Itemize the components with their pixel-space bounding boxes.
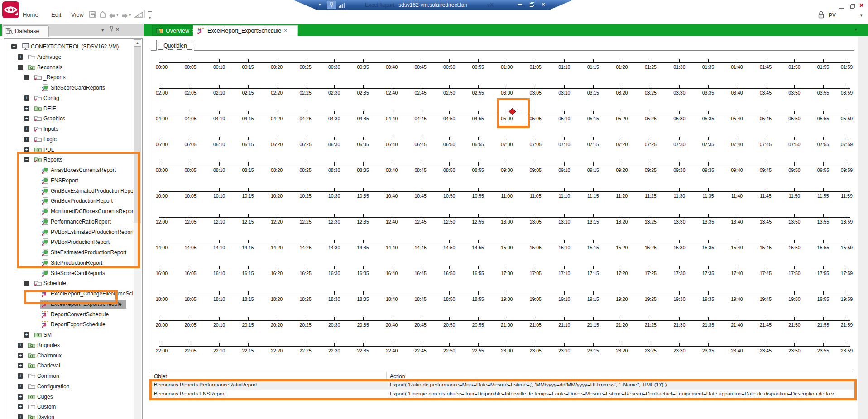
panel-pin-icon[interactable] [109,26,114,33]
tree-item-CONEXTCONTROL (SDSV162-VM)[interactable]: −CONEXTCONTROL (SDSV162-VM) [4,42,133,52]
tab-strip-overflow-icon[interactable]: ▾ [855,27,857,32]
tree-item-Archivage[interactable]: +Archivage [4,52,133,62]
expand-icon[interactable]: + [24,332,29,338]
tree-item-SiteScoreCardReports[interactable]: SiteScoreCardReports [4,268,133,279]
time-label: 01:20 [612,64,631,70]
tree-item-Logic[interactable]: +Logic [4,134,133,145]
tree-item-Beconnais[interactable]: −Beconnais [4,62,133,73]
save-icon[interactable] [89,10,96,20]
timeline-row-12:00[interactable]: 12:0012:0512:1012:1512:2012:2512:3012:35… [159,213,850,226]
rdp-close-button[interactable]: × [542,1,545,8]
tab-quotidien[interactable]: Quotidien [156,40,194,51]
forward-icon[interactable] [121,12,128,20]
rdp-pin-button[interactable] [327,1,336,9]
column-header-objet[interactable]: Objet [154,373,167,380]
time-label: 13:10 [555,219,574,224]
rdp-minimize-button[interactable] [518,4,522,5]
collapse-icon[interactable]: − [18,65,23,70]
home-icon[interactable] [99,10,107,20]
tree-item-Schedule[interactable]: −Schedule [4,278,133,289]
rdp-connection-bar[interactable]: ▾ ExcelReport sdsv162-vm.solairedirect.l… [293,0,573,10]
expand-icon[interactable]: + [24,116,29,121]
timeline-row-18:00[interactable]: 18:0018:0518:1018:1518:2018:2518:3018:35… [159,290,850,304]
timeline-row-16:00[interactable]: 16:0016:0516:1016:1516:2016:2516:3016:35… [159,264,850,278]
back-dropdown-icon[interactable]: ▾ [116,13,119,17]
time-label: 17:30 [670,271,689,276]
collapse-icon[interactable]: − [11,44,17,49]
tree-item-Config[interactable]: +Config [4,93,133,104]
expand-icon[interactable]: + [24,106,29,111]
main-scrollbar[interactable] [858,36,868,419]
ruler-icon[interactable] [134,11,144,20]
tick [593,85,594,89]
timeline-row-22:00[interactable]: 22:0022:0522:1022:1522:2022:2522:3022:35… [159,342,850,355]
tree-item-_Reports[interactable]: −_Reports [4,72,133,83]
window-restore-button[interactable] [850,3,856,11]
time-label: 05:50 [785,116,804,121]
tree-item-SM[interactable]: +SM [4,330,133,340]
back-icon[interactable] [109,12,115,20]
tree-item-Inputs[interactable]: +Inputs [4,124,133,134]
timeline-row-06:00[interactable]: 06:0006:0506:1006:1506:2006:2506:3006:35… [159,135,850,149]
time-label: 17:25 [641,271,660,276]
collapse-icon[interactable]: − [24,281,29,286]
tree-item-ReportConvertSchedule[interactable]: ReportConvertSchedule [4,309,133,320]
toolbar-overflow-icon[interactable]: ▾ [148,10,152,21]
panel-close-icon[interactable]: × [116,26,119,33]
tree-item-ReportExportSchedule[interactable]: ReportExportSchedule [4,319,133,330]
forward-dropdown-icon[interactable]: ▾ [129,13,131,17]
timeline-row-02:00[interactable]: 02:0002:0502:1002:1502:2002:2502:3002:35… [159,84,850,97]
tab-active-close-icon[interactable]: × [284,28,287,33]
expand-icon[interactable]: + [24,137,29,142]
window-close-button[interactable]: × [859,1,863,10]
expand-icon[interactable]: + [18,363,23,368]
tree-item-Dayton[interactable]: +Dayton [4,412,133,419]
tree-item-SiteScoreCardReports[interactable]: SiteScoreCardReports [4,83,133,93]
timeline-row-00:00[interactable]: 00:0000:0500:1000:1500:2000:2500:3000:35… [159,58,850,71]
expand-icon[interactable]: + [18,414,23,419]
expand-icon[interactable]: + [18,343,23,348]
collapse-icon[interactable]: − [24,75,29,80]
panel-dropdown-icon[interactable]: ▾ [101,27,104,33]
time-label: 15:30 [670,245,689,250]
expand-icon[interactable]: + [18,384,23,389]
expand-icon[interactable]: + [18,404,23,409]
expand-icon[interactable]: + [24,126,29,132]
database-panel-tab[interactable]: Database [3,25,49,37]
expand-icon[interactable]: + [18,54,23,60]
tree-item-Common[interactable]: +Common [4,371,133,381]
green-folder-icon [28,352,37,360]
menu-edit[interactable]: Edit [51,11,61,18]
tree-item-Cuges[interactable]: +Cuges [4,392,133,402]
expand-icon[interactable]: + [24,95,29,101]
time-label: 00:30 [325,64,344,70]
folder-arrow-icon [34,74,43,81]
time-label: 15:25 [641,245,660,250]
timeline-row-08:00[interactable]: 08:0008:0508:1008:1508:2008:2508:3008:35… [159,161,850,175]
time-label: 04:25 [296,116,315,121]
tree-item-Charleval[interactable]: +Charleval [4,361,133,371]
column-header-action[interactable]: Action [390,373,405,380]
green-folder-icon [34,105,43,113]
expand-icon[interactable]: + [18,373,23,379]
tab-excelreport-exportschedule[interactable]: ExcelReport_ExportSchedule × [193,25,298,36]
menu-home[interactable]: Home [23,11,38,18]
timeline-row-14:00[interactable]: 14:0014:0514:1014:1514:2014:2514:3014:35… [159,238,850,252]
tree-item-Custom[interactable]: +Custom [4,402,133,412]
rdp-restore-button[interactable] [529,2,535,9]
window-minimize-button[interactable] [839,4,844,9]
expand-icon[interactable]: + [18,394,23,400]
timeline-row-10:00[interactable]: 10:0010:0510:1010:1510:2010:2510:3010:35… [159,187,850,200]
tree-item-DEIE[interactable]: +DEIE [4,104,133,114]
tab-overview[interactable]: Overview × [152,25,192,36]
tree-scrollbar-up-icon[interactable]: ▲ [134,39,141,47]
tree-item-Configuration[interactable]: +Configuration [4,381,133,392]
timeline-row-20:00[interactable]: 20:0020:0520:1020:1520:2020:2520:3020:35… [159,316,850,329]
rdp-dropdown-icon[interactable]: ▾ [319,2,321,7]
expand-icon[interactable]: + [18,353,23,358]
session-dropdown-icon[interactable]: ▾ [860,13,863,18]
tree-item-Chalmoux[interactable]: +Chalmoux [4,351,133,361]
menu-view[interactable]: View [71,11,84,18]
tree-item-Brignoles[interactable]: +Brignoles [4,340,133,351]
tree-item-Graphics[interactable]: +Graphics [4,114,133,124]
